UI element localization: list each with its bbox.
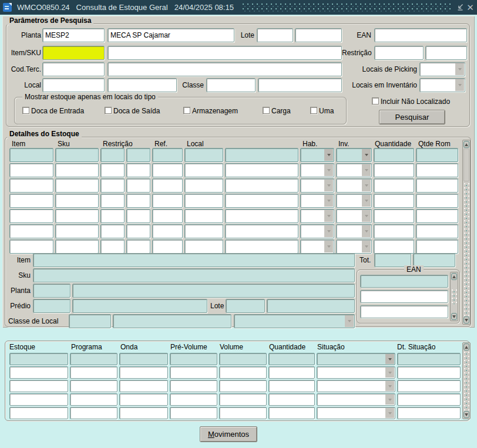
table-cell[interactable] [336, 148, 372, 162]
table-cell[interactable] [416, 224, 458, 238]
table-cell[interactable] [225, 224, 298, 238]
table-cell[interactable] [336, 178, 372, 193]
table-cell[interactable] [300, 240, 334, 254]
table-cell[interactable] [170, 393, 217, 406]
table-cell[interactable] [317, 393, 395, 406]
table-cell[interactable] [397, 380, 461, 392]
item-sku-desc-field[interactable] [108, 46, 342, 60]
table-cell[interactable] [397, 393, 461, 406]
table-cell[interactable] [268, 380, 315, 392]
table-cell[interactable] [219, 393, 267, 406]
table-cell[interactable] [416, 148, 458, 162]
ean-list-field-3[interactable] [360, 305, 448, 318]
table-cell[interactable] [225, 240, 298, 254]
ean-scrollbar[interactable] [450, 272, 458, 321]
table-cell[interactable] [374, 224, 414, 238]
ean-field[interactable] [374, 28, 467, 42]
table-cell[interactable] [300, 224, 334, 238]
table-cell[interactable] [9, 209, 53, 223]
detalhes-scrollbar[interactable] [462, 140, 471, 325]
classe-local-field-1[interactable] [69, 314, 111, 328]
dropdown-arrow-icon[interactable] [385, 354, 394, 364]
carga-checkbox[interactable] [263, 107, 270, 114]
table-cell[interactable] [119, 353, 168, 365]
locais-inventario-dropdown[interactable] [419, 78, 465, 92]
table-cell[interactable] [126, 148, 150, 162]
restricao-field-2[interactable] [425, 46, 467, 60]
pesquisar-button[interactable]: Pesquisar [379, 110, 445, 124]
detail-lote-field-2[interactable] [267, 299, 355, 313]
table-cell[interactable] [184, 178, 223, 193]
detail-sku-field[interactable] [33, 268, 355, 282]
table-cell[interactable] [300, 178, 334, 193]
table-cell[interactable] [100, 148, 125, 162]
table-cell[interactable] [184, 148, 223, 162]
cod-terc-field[interactable] [42, 62, 105, 76]
dropdown-arrow-icon[interactable] [362, 149, 371, 161]
table-cell[interactable] [152, 224, 183, 238]
table-cell[interactable] [55, 194, 99, 208]
table-cell[interactable] [70, 407, 117, 419]
table-cell[interactable] [55, 148, 99, 162]
table-cell[interactable] [70, 393, 117, 406]
table-cell[interactable] [9, 366, 68, 379]
detail-predio-name-field[interactable] [72, 299, 207, 313]
table-cell[interactable] [100, 224, 125, 238]
table-cell[interactable] [9, 380, 68, 392]
scrollbar-track[interactable] [451, 289, 457, 304]
ean-list-field-1[interactable] [360, 275, 448, 288]
table-cell[interactable] [9, 240, 53, 254]
table-cell[interactable] [219, 366, 267, 379]
armazenagem-checkbox[interactable] [183, 107, 190, 114]
table-cell[interactable] [374, 240, 414, 254]
scroll-down-icon[interactable] [463, 316, 469, 324]
dropdown-arrow-icon[interactable] [345, 315, 354, 327]
table-cell[interactable] [152, 240, 183, 254]
table-cell[interactable] [100, 194, 125, 208]
restore-icon[interactable] [456, 3, 465, 12]
table-cell[interactable] [152, 163, 183, 177]
table-cell[interactable] [397, 366, 461, 379]
table-cell[interactable] [55, 240, 99, 254]
table-cell[interactable] [55, 163, 99, 177]
detail-planta-code-field[interactable] [33, 284, 70, 298]
classe-local-field-2[interactable] [113, 314, 231, 328]
table-cell[interactable] [416, 240, 458, 254]
table-cell[interactable] [374, 178, 414, 193]
table-cell[interactable] [70, 380, 117, 392]
restricao-field-1[interactable] [374, 46, 424, 60]
table-cell[interactable] [225, 163, 298, 177]
table-cell[interactable] [225, 178, 298, 193]
table-cell[interactable] [55, 209, 99, 223]
table-cell[interactable] [225, 148, 298, 162]
table-cell[interactable] [268, 407, 315, 419]
table-cell[interactable] [100, 163, 125, 177]
scroll-up-icon[interactable] [463, 141, 469, 148]
table-cell[interactable] [170, 366, 217, 379]
scroll-down-icon[interactable] [463, 411, 469, 418]
table-cell[interactable] [397, 407, 461, 419]
table-cell[interactable] [119, 366, 168, 379]
table-cell[interactable] [225, 194, 298, 208]
table-cell[interactable] [416, 209, 458, 223]
item-sku-field[interactable] [42, 46, 105, 60]
detail-lote-field-1[interactable] [226, 299, 265, 313]
table-cell[interactable] [9, 178, 53, 193]
table-cell[interactable] [100, 209, 125, 223]
locais-picking-dropdown[interactable] [419, 62, 465, 76]
table-cell[interactable] [126, 178, 150, 193]
table-cell[interactable] [268, 393, 315, 406]
table-cell[interactable] [300, 209, 334, 223]
scrollbar-track[interactable] [463, 351, 469, 410]
estoque-scrollbar[interactable] [462, 342, 471, 419]
table-cell[interactable] [416, 163, 458, 177]
table-cell[interactable] [184, 163, 223, 177]
close-icon[interactable]: ✕ [466, 3, 475, 12]
table-cell[interactable] [55, 178, 99, 193]
table-cell[interactable] [9, 148, 53, 162]
detail-item-field[interactable] [33, 253, 355, 267]
table-cell[interactable] [152, 209, 183, 223]
table-cell[interactable] [300, 194, 334, 208]
table-cell[interactable] [70, 366, 117, 379]
table-cell[interactable] [317, 407, 395, 419]
